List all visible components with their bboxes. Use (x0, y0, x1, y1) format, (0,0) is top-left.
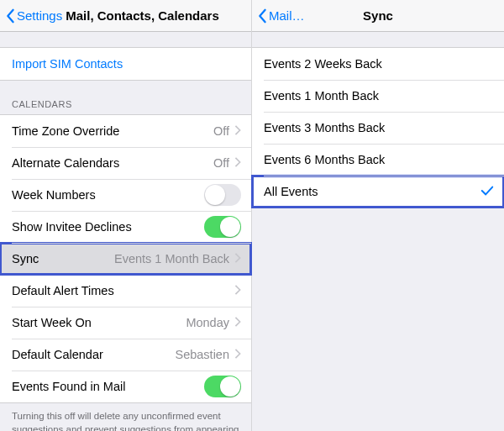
footer-note: Turning this off will delete any unconfi… (0, 403, 251, 431)
row-show-invitee-declines: Show Invitee Declines (0, 211, 251, 243)
row-label: Show Invitee Declines (12, 220, 204, 234)
chevron-right-icon (234, 316, 241, 329)
checkmark-icon (480, 185, 494, 199)
row-default-calendar[interactable]: Default Calendar Sebastien (0, 339, 251, 371)
sync-option-6-months[interactable]: Events 6 Months Back (252, 144, 504, 176)
import-sim-contacts[interactable]: Import SIM Contacts (0, 48, 251, 80)
sync-option-2-weeks[interactable]: Events 2 Weeks Back (252, 48, 504, 80)
sync-pane: Mail… Sync Events 2 Weeks Back Events 1 … (252, 0, 504, 431)
chevron-left-icon (5, 8, 15, 24)
option-label: Events 2 Weeks Back (264, 57, 494, 71)
row-alternate-calendars[interactable]: Alternate Calendars Off (0, 147, 251, 179)
calendars-section-header: CALENDARS (0, 81, 251, 114)
chevron-right-icon (234, 252, 241, 265)
back-button-settings[interactable]: Settings (5, 8, 62, 24)
row-sync[interactable]: Sync Events 1 Month Back (0, 243, 251, 275)
toggle-events-in-mail[interactable] (204, 376, 241, 397)
row-label: Time Zone Override (12, 124, 213, 138)
row-label: Start Week On (12, 316, 186, 329)
option-label: All Events (264, 185, 480, 198)
option-label: Events 3 Months Back (264, 121, 494, 134)
navbar-left: Settings Mail, Contacts, Calendars (0, 0, 251, 32)
row-label: Alternate Calendars (12, 156, 213, 170)
chevron-right-icon (234, 284, 241, 297)
row-label: Default Calendar (12, 348, 176, 361)
sync-option-all-events[interactable]: All Events (252, 176, 504, 208)
row-value: Off (213, 156, 229, 170)
sync-option-3-months[interactable]: Events 3 Months Back (252, 112, 504, 144)
row-events-found-in-mail: Events Found in Mail (0, 371, 251, 402)
row-value: Monday (186, 316, 229, 329)
row-label: Default Alert Times (12, 284, 234, 297)
row-value: Sebastien (176, 348, 230, 361)
row-week-numbers: Week Numbers (0, 179, 251, 211)
navbar-right: Mail… Sync (252, 0, 504, 32)
back-label: Mail… (269, 8, 305, 23)
row-time-zone-override[interactable]: Time Zone Override Off (0, 115, 251, 147)
back-label: Settings (17, 8, 62, 23)
back-button-mail[interactable]: Mail… (257, 8, 305, 24)
option-label: Events 6 Months Back (264, 153, 494, 166)
row-label: Week Numbers (12, 188, 204, 202)
option-label: Events 1 Month Back (264, 89, 494, 102)
import-sim-label: Import SIM Contacts (12, 57, 241, 71)
chevron-right-icon (234, 124, 241, 138)
row-label: Events Found in Mail (12, 380, 204, 393)
chevron-left-icon (257, 8, 267, 24)
chevron-right-icon (234, 348, 241, 361)
sync-option-1-month[interactable]: Events 1 Month Back (252, 80, 504, 112)
row-start-week-on[interactable]: Start Week On Monday (0, 307, 251, 339)
row-value: Events 1 Month Back (114, 252, 229, 265)
row-value: Off (213, 124, 229, 138)
chevron-right-icon (234, 156, 241, 170)
toggle-invitee-declines[interactable] (204, 216, 241, 238)
page-title-left: Mail, Contacts, Calendars (66, 8, 219, 23)
settings-pane: Settings Mail, Contacts, Calendars Impor… (0, 0, 252, 431)
row-label: Sync (12, 252, 114, 265)
row-default-alert-times[interactable]: Default Alert Times (0, 275, 251, 307)
toggle-week-numbers[interactable] (204, 184, 241, 206)
